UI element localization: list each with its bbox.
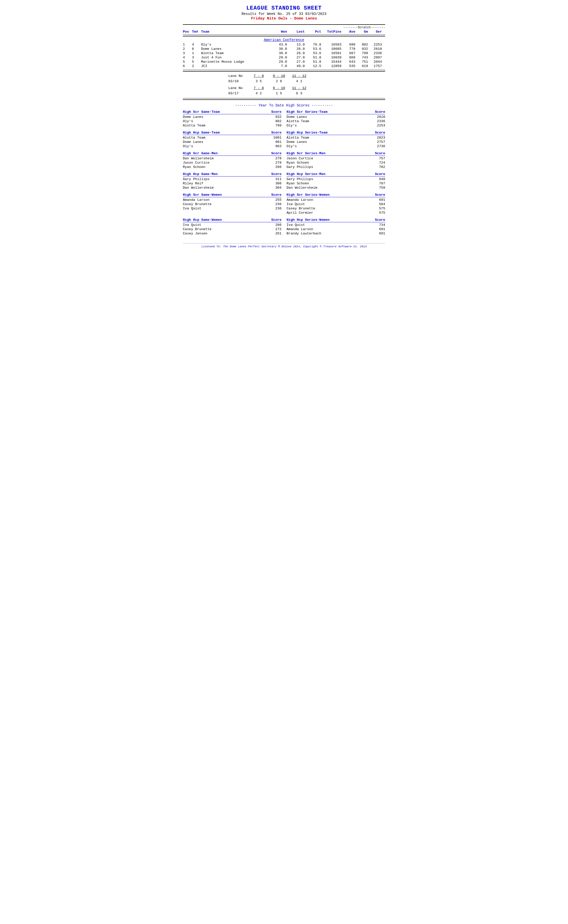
- gm-cell: 751: [355, 60, 368, 64]
- score-header-label: Score: [375, 218, 385, 222]
- pct-cell: 12.5: [305, 64, 321, 68]
- score-entry-row: Dome Lanes 2610: [287, 115, 385, 119]
- score-entry-row: Gary Phillips 840: [287, 177, 385, 181]
- score-entry-value: 724: [370, 161, 385, 165]
- pct-cell: 76.8: [305, 43, 321, 47]
- lost-cell: 27.0: [287, 56, 305, 59]
- league-name: Friday Nite Owls - Dome Lanes: [183, 17, 385, 21]
- score-entry-name: Iva Quist: [183, 207, 266, 210]
- totpins-cell: 16583: [321, 43, 341, 47]
- score-entry-name: Casey Brunette: [183, 227, 266, 231]
- score-header-label: Score: [271, 110, 281, 114]
- score-header-label: Score: [271, 218, 281, 222]
- score-category-header: High Scr Series-Men Score: [287, 151, 385, 156]
- score-entry-row: Casey Brunette 575: [287, 206, 385, 211]
- ave-cell: 778: [341, 47, 355, 51]
- score-block: High Scr Game-Team Score Dome Lanes 932 …: [183, 110, 281, 128]
- category-label: High Scr Game-Men: [183, 151, 218, 155]
- score-entry-value: 759: [370, 186, 385, 190]
- score-category-header: High Hcp Series-Team Score: [287, 131, 385, 135]
- category-label: High Hcp Game-Team: [183, 131, 220, 134]
- score-category-header: High Hcp Game-Team Score: [183, 131, 281, 135]
- score-block: High Hcp Game-Women Score Iva Quist 286 …: [183, 218, 281, 236]
- score-entry-row: Alotta Team 799: [183, 124, 281, 128]
- score-header-label: Score: [375, 193, 385, 197]
- score-entry-name: Amanda Larson: [287, 227, 370, 231]
- score-entry-name: Alotta Team: [183, 124, 266, 127]
- score-block: High Hcp Series-Team Score Alotta Team 2…: [287, 131, 385, 148]
- score-entry-row: Casey Brunette 236: [183, 202, 281, 206]
- score-entry-value: 261: [266, 232, 281, 236]
- score-entry-value: 308: [266, 181, 281, 185]
- won-cell: 7.0: [269, 64, 287, 68]
- score-category-header: High Hcp Series-Women Score: [287, 218, 385, 222]
- team-cell: JCI: [201, 64, 269, 68]
- score-entry-row: Gary Phillips 311: [183, 177, 281, 181]
- score-entry-name: Dan Wollersheim: [287, 186, 370, 190]
- score-category-header: High Hcp Game-Men Score: [183, 172, 281, 177]
- team-cell: Alotta Team: [201, 51, 269, 55]
- score-entry-name: Dome Lanes: [183, 115, 266, 119]
- score-block: High Hcp Game-Team Score Alotta Team 100…: [183, 131, 281, 148]
- totpins-cell: 18685: [321, 47, 341, 51]
- pos-cell: 4: [183, 56, 192, 59]
- team-cell: Oly's: [201, 43, 269, 47]
- score-entry-name: Ryan Schoen: [287, 161, 370, 165]
- score-header-label: Score: [375, 151, 385, 155]
- score-category-header: High Scr Series-Team Score: [287, 110, 385, 114]
- standings-row: 4 3 Just 4 Fun 29.0 27.0 51.8 16039 668 …: [183, 55, 385, 60]
- category-label: High Hcp Series-Team: [287, 131, 328, 134]
- scores-right: High Scr Series-Women Score Amanda Larso…: [284, 193, 385, 215]
- won-cell: 29.0: [269, 56, 287, 59]
- score-entry-value: 278: [266, 157, 281, 160]
- score-entry-name: Casey Jensen: [183, 232, 266, 236]
- score-entry-name: Casey Brunette: [183, 202, 266, 206]
- score-header-label: Score: [375, 110, 385, 114]
- lane-range-2: 9 - 10: [269, 74, 289, 79]
- ave-cell: 535: [341, 64, 355, 68]
- lane-range-2: 9 - 10: [269, 86, 289, 91]
- score-entry-row: Amanda Larson 691: [287, 198, 385, 202]
- score-entry-value: 278: [266, 161, 281, 165]
- score-entry-row: Ryan Schoen 724: [287, 161, 385, 165]
- score-entry-name: Brandy Lauterbach: [287, 232, 370, 236]
- gm-cell: 619: [355, 64, 368, 68]
- totpins-cell: 12859: [321, 64, 341, 68]
- col-ave-header: Ave: [341, 30, 355, 34]
- score-entry-name: Casey Brunette: [287, 207, 370, 210]
- team-cell: Dome Lanes: [201, 47, 269, 51]
- score-entry-name: Jason Curtice: [183, 161, 266, 165]
- score-entry-name: Jason Curtice: [287, 157, 370, 160]
- ser-cell: 1757: [368, 64, 382, 68]
- ser-cell: 2097: [368, 56, 382, 59]
- score-entry-name: April Cormier: [287, 211, 370, 215]
- score-entry-name: Oly's: [287, 144, 370, 148]
- score-block: High Hcp Game-Men Score Gary Phillips 31…: [183, 172, 281, 190]
- ser-cell: 2044: [368, 60, 382, 64]
- tm-cell: 6: [192, 47, 201, 51]
- lost-cell: 27.0: [287, 60, 305, 64]
- score-category-header: High Hcp Game-Women Score: [183, 218, 281, 222]
- gm-cell: 802: [355, 43, 368, 47]
- col-lost-header: Lost: [287, 30, 305, 34]
- col-pos-header: Pos: [183, 30, 192, 34]
- score-category-header: High Scr Game-Women Score: [183, 193, 281, 197]
- pct-cell: 53.6: [305, 51, 321, 55]
- scores-pair: High Scr Game-Team Score Dome Lanes 932 …: [183, 110, 385, 128]
- score-entry-value: 255: [266, 198, 281, 202]
- score-entry-name: Amanda Larson: [183, 198, 266, 202]
- score-entry-name: Ryan Schoen: [183, 165, 266, 169]
- score-entry-row: Oly's 2736: [287, 144, 385, 148]
- score-header-label: Score: [375, 131, 385, 134]
- score-entry-name: Alotta Team: [287, 136, 370, 140]
- score-category-header: High Scr Series-Women Score: [287, 193, 385, 197]
- score-block: High Scr Game-Men Score Dan Wollersheim …: [183, 151, 281, 169]
- score-category-header: High Scr Game-Men Score: [183, 151, 281, 156]
- score-entry-row: Riley Reif 308: [183, 181, 281, 186]
- scratch-label: --------Scratch--------: [343, 26, 385, 29]
- standings-row: 1 4 Oly's 43.0 13.0 76.8 16583 690 802 2…: [183, 42, 385, 47]
- score-entry-row: Dan Wollersheim 304: [183, 186, 281, 190]
- conference-header: American Conference: [183, 38, 385, 42]
- col-tm-header: Tm#: [192, 30, 201, 34]
- lost-cell: 13.0: [287, 43, 305, 47]
